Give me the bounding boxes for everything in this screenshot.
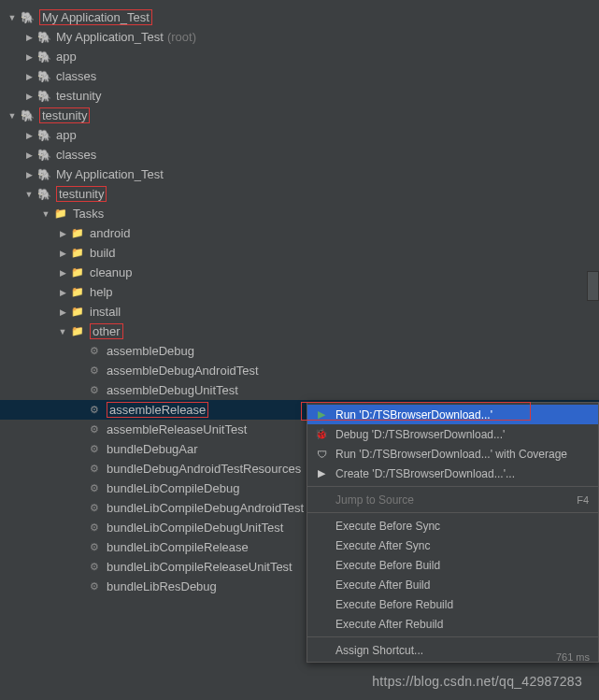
expand-arrow-icon[interactable]: ▼ xyxy=(39,209,52,219)
menu-item-execute-after-sync[interactable]: Execute After Sync xyxy=(307,536,598,555)
tree-label: bundleLibResDebug xyxy=(107,579,217,593)
elephant-icon: 🐘 xyxy=(36,31,52,44)
tree-row-build[interactable]: ▶📁build xyxy=(0,243,599,263)
tree-label: bundleLibCompileRelease xyxy=(107,540,249,554)
tree-label: bundleLibCompileDebugAndroidTest xyxy=(107,501,304,515)
scrollbar-thumb[interactable] xyxy=(587,271,599,301)
gear-icon: ⚙ xyxy=(86,364,103,377)
tree-label: assembleDebug xyxy=(107,344,194,358)
menu-item-label: Assign Shortcut... xyxy=(335,644,589,657)
menu-item-label: Create 'D:/TSBrowserDownload...'... xyxy=(335,467,589,480)
menu-item-label: Execute After Sync xyxy=(335,539,589,552)
tree-row-app[interactable]: ▶🐘app xyxy=(0,47,599,66)
tree-label: bundleLibCompileReleaseUnitTest xyxy=(107,560,292,574)
tree-label: install xyxy=(90,305,121,319)
expand-arrow-icon[interactable]: ▶ xyxy=(56,307,69,317)
folder-icon: 📁 xyxy=(69,306,86,318)
tree-row-assembledebugandroidtest[interactable]: ⚙assembleDebugAndroidTest xyxy=(0,361,599,380)
tree-row-classes[interactable]: ▶🐘classes xyxy=(0,66,599,86)
create-icon: ▶ xyxy=(313,467,330,479)
tree-label: other xyxy=(90,323,123,339)
tree-label: My Application_Test xyxy=(56,167,164,181)
gear-icon: ⚙ xyxy=(86,580,103,593)
folder-icon: 📁 xyxy=(69,227,86,239)
tree-row-testunity[interactable]: ▼🐘testunity xyxy=(0,184,599,204)
menu-item-execute-after-rebuild[interactable]: Execute After Rebuild xyxy=(307,614,598,634)
tree-row-testunity[interactable]: ▼🐘testunity xyxy=(0,106,599,125)
gear-icon: ⚙ xyxy=(86,345,103,357)
tree-label: assembleDebugAndroidTest xyxy=(107,364,259,378)
elephant-icon: 🐘 xyxy=(19,11,36,24)
gear-icon: ⚙ xyxy=(86,384,103,396)
menu-item-label: Execute Before Rebuild xyxy=(335,598,589,611)
tree-label: classes xyxy=(56,69,96,83)
gear-icon: ⚙ xyxy=(86,404,103,416)
menu-item-execute-before-sync[interactable]: Execute Before Sync xyxy=(307,516,598,536)
expand-arrow-icon[interactable]: ▶ xyxy=(22,150,36,160)
tree-row-other[interactable]: ▼📁other xyxy=(0,321,599,341)
expand-arrow-icon[interactable]: ▶ xyxy=(22,33,36,42)
gear-icon: ⚙ xyxy=(86,443,103,455)
tree-label: assembleReleaseUnitTest xyxy=(107,422,247,436)
expand-arrow-icon[interactable]: ▶ xyxy=(22,92,36,101)
expand-arrow-icon[interactable]: ▼ xyxy=(56,327,69,336)
run-icon: ▶ xyxy=(313,408,330,421)
expand-arrow-icon[interactable]: ▶ xyxy=(56,268,69,278)
menu-item-run-d-tsbrowserdownload-with-coverage[interactable]: 🛡Run 'D:/TSBrowserDownload...' with Cove… xyxy=(307,444,598,464)
expand-arrow-icon[interactable]: ▶ xyxy=(56,229,69,238)
tree-row-my-application_test[interactable]: ▶🐘My Application_Test xyxy=(0,164,599,184)
expand-arrow-icon[interactable]: ▼ xyxy=(6,13,19,22)
expand-arrow-icon[interactable]: ▶ xyxy=(22,72,36,81)
elephant-icon: 🐘 xyxy=(36,90,52,103)
tree-row-install[interactable]: ▶📁install xyxy=(0,302,599,321)
expand-arrow-icon[interactable]: ▼ xyxy=(6,111,19,121)
tree-label: assembleDebugUnitTest xyxy=(107,383,238,397)
expand-arrow-icon[interactable]: ▼ xyxy=(22,190,36,199)
gear-icon: ⚙ xyxy=(86,502,103,514)
tree-label: cleanup xyxy=(90,265,133,279)
menu-item-execute-before-build[interactable]: Execute Before Build xyxy=(307,555,598,575)
elephant-icon: 🐘 xyxy=(19,109,36,122)
tree-row-cleanup[interactable]: ▶📁cleanup xyxy=(0,263,599,282)
menu-item-execute-after-build[interactable]: Execute After Build xyxy=(307,575,598,594)
expand-arrow-icon[interactable]: ▶ xyxy=(56,288,69,297)
elephant-icon: 🐘 xyxy=(36,70,52,83)
tree-row-my-application_test[interactable]: ▶🐘My Application_Test(root) xyxy=(0,27,599,47)
gear-icon: ⚙ xyxy=(86,541,103,553)
menu-item-label: Debug 'D:/TSBrowserDownload...' xyxy=(335,428,589,441)
folder-icon: 📁 xyxy=(52,207,69,220)
tree-row-assembledebug[interactable]: ⚙assembleDebug xyxy=(0,341,599,361)
menu-item-debug-d-tsbrowserdownload[interactable]: 🐞Debug 'D:/TSBrowserDownload...' xyxy=(307,424,598,444)
tree-label: testunity xyxy=(56,89,101,103)
folder-icon: 📁 xyxy=(69,325,86,337)
tree-label: bundleLibCompileDebug xyxy=(107,481,239,495)
expand-arrow-icon[interactable]: ▶ xyxy=(22,170,36,179)
tree-row-tasks[interactable]: ▼📁Tasks xyxy=(0,204,599,223)
folder-icon: 📁 xyxy=(69,266,86,279)
tree-label: assembleRelease xyxy=(107,402,208,418)
tree-row-classes[interactable]: ▶🐘classes xyxy=(0,145,599,164)
menu-item-label: Run 'D:/TSBrowserDownload...' xyxy=(335,408,589,421)
menu-separator xyxy=(307,512,598,513)
tree-row-help[interactable]: ▶📁help xyxy=(0,282,599,302)
tree-row-my-application_test[interactable]: ▼🐘My Application_Test xyxy=(0,7,599,27)
tree-label: My Application_Test xyxy=(56,30,164,44)
menu-item-label: Jump to Source xyxy=(335,493,577,507)
menu-item-execute-before-rebuild[interactable]: Execute Before Rebuild xyxy=(307,594,598,614)
tree-label: build xyxy=(90,246,115,260)
tree-row-app[interactable]: ▶🐘app xyxy=(0,125,599,145)
menu-item-create-d-tsbrowserdownload[interactable]: ▶Create 'D:/TSBrowserDownload...'... xyxy=(307,464,598,483)
tree-row-assembledebugunittest[interactable]: ⚙assembleDebugUnitTest xyxy=(0,380,599,400)
menu-separator xyxy=(307,636,598,637)
tree-row-testunity[interactable]: ▶🐘testunity xyxy=(0,86,599,106)
tree-label: classes xyxy=(56,148,96,162)
context-menu[interactable]: ▶Run 'D:/TSBrowserDownload...'🐞Debug 'D:… xyxy=(307,402,599,663)
menu-item-assign-shortcut[interactable]: Assign Shortcut... xyxy=(307,640,598,660)
expand-arrow-icon[interactable]: ▶ xyxy=(22,52,36,62)
expand-arrow-icon[interactable]: ▶ xyxy=(22,131,36,140)
tree-row-android[interactable]: ▶📁android xyxy=(0,223,599,243)
expand-arrow-icon[interactable]: ▶ xyxy=(56,249,69,258)
tree-label: app xyxy=(56,128,77,142)
elephant-icon: 🐘 xyxy=(36,50,52,64)
menu-item-run-d-tsbrowserdownload[interactable]: ▶Run 'D:/TSBrowserDownload...' xyxy=(307,405,598,424)
